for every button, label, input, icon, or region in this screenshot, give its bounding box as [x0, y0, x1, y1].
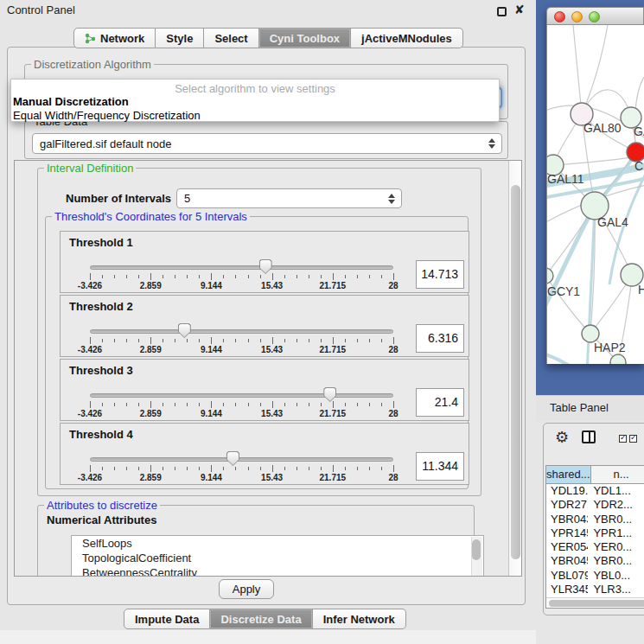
- table-row[interactable]: YER054CYER0...: [546, 540, 644, 554]
- tab-impute-data[interactable]: Impute Data: [124, 609, 210, 629]
- cell-name[interactable]: YDL1...: [588, 484, 644, 498]
- attribute-list-item[interactable]: TopologicalCoefficient: [72, 551, 483, 565]
- tick-mark: [284, 467, 285, 470]
- dropdown-item-equal-width[interactable]: Equal Width/Frequency Discretization: [11, 109, 499, 123]
- slider-ticks: [90, 465, 393, 472]
- slider-handle[interactable]: [226, 451, 239, 466]
- column-header-shared-name[interactable]: shared...: [546, 466, 591, 483]
- cell-shared-name[interactable]: YDR27...: [546, 498, 588, 512]
- table-row[interactable]: YDR27...YDR2...: [546, 498, 644, 512]
- slider-track[interactable]: [90, 457, 393, 462]
- tick-mark: [272, 273, 273, 280]
- table-row[interactable]: YPR145WYPR1...: [546, 526, 644, 540]
- tab-network[interactable]: Network: [73, 28, 156, 48]
- cell-name[interactable]: YBL0...: [588, 569, 644, 583]
- node-label: HAP2: [594, 341, 626, 354]
- panel-scrollbar-thumb[interactable]: [511, 185, 520, 559]
- dropdown-placeholder-item[interactable]: Select algorithm to view settings: [11, 80, 499, 95]
- columns-icon[interactable]: [582, 430, 596, 443]
- control-panel-tabs: Network Style Select Cyni Toolbox jActiv…: [73, 28, 463, 48]
- node-table[interactable]: shared... n... YDL19...YDL1...YDR27...YD…: [545, 465, 644, 609]
- algorithm-dropdown-popup: Select algorithm to view settings Manual…: [10, 79, 500, 122]
- tick-mark: [284, 403, 285, 406]
- slider-track[interactable]: [90, 393, 393, 398]
- tab-jactivemnodules[interactable]: jActiveMNodules: [351, 28, 463, 48]
- cell-shared-name[interactable]: YDL19...: [546, 484, 588, 498]
- tick-mark: [175, 403, 175, 406]
- cell-name[interactable]: YPR1...: [588, 526, 644, 540]
- tick-mark: [260, 275, 261, 278]
- float-window-icon[interactable]: [497, 7, 507, 16]
- table-row[interactable]: YBR045CYBR0...: [546, 554, 644, 568]
- cell-shared-name[interactable]: YER054C: [546, 540, 588, 554]
- cell-shared-name[interactable]: YBL079W: [546, 569, 588, 583]
- close-traffic-light[interactable]: [554, 11, 565, 22]
- threshold-coordinates-title: Threshold's Coordinates for 5 Intervals: [52, 210, 250, 223]
- tick-mark: [126, 339, 127, 342]
- close-icon[interactable]: ✘: [514, 3, 525, 16]
- interval-definition-title: Interval Definition: [44, 162, 136, 175]
- slider-handle[interactable]: [178, 323, 191, 338]
- cell-shared-name[interactable]: YLR345W: [546, 583, 588, 596]
- number-of-intervals-combobox[interactable]: 5: [176, 188, 402, 208]
- slider-track[interactable]: [90, 265, 393, 270]
- tab-infer-network[interactable]: Infer Network: [313, 609, 406, 629]
- attribute-list-item[interactable]: BetweennessCentrality: [72, 565, 483, 577]
- cell-name[interactable]: YER0...: [588, 540, 644, 554]
- cell-shared-name[interactable]: YBR045C: [546, 554, 588, 568]
- discretization-algorithm-title: Discretization Algorithm: [31, 58, 154, 71]
- cell-name[interactable]: YDR2...: [588, 498, 644, 512]
- tick-mark: [393, 273, 394, 280]
- zoom-traffic-light[interactable]: [589, 11, 600, 22]
- network-node[interactable]: [582, 325, 599, 342]
- tick-mark: [333, 401, 334, 408]
- checkbox-icon[interactable]: [619, 435, 627, 443]
- tick-mark: [102, 339, 103, 342]
- gear-icon[interactable]: ⚙: [555, 428, 569, 447]
- threshold-3-slider[interactable]: -3.4262.8599.14415.4321.71528: [90, 380, 393, 420]
- cell-name[interactable]: YBR0...: [588, 513, 644, 526]
- tab-select[interactable]: Select: [204, 28, 258, 48]
- threshold-4-value-field[interactable]: 11.344: [416, 452, 464, 481]
- tick-mark: [393, 465, 394, 472]
- threshold-1-slider[interactable]: -3.4262.8599.14415.4321.71528: [90, 252, 393, 292]
- list-scrollbar-thumb[interactable]: [472, 539, 481, 560]
- cell-shared-name[interactable]: YPR145W: [546, 526, 588, 540]
- cell-shared-name[interactable]: YBR043C: [546, 513, 588, 526]
- list-scrollbar[interactable]: [471, 537, 482, 577]
- table-row[interactable]: YBL079WYBL0...: [546, 569, 644, 583]
- table-row[interactable]: YDL19...YDL1...: [546, 484, 644, 498]
- slider-handle[interactable]: [259, 259, 272, 274]
- tick-mark: [248, 403, 249, 406]
- threshold-2-value-field[interactable]: 6.316: [416, 324, 464, 353]
- threshold-1-value-field[interactable]: 14.713: [416, 260, 464, 289]
- apply-button[interactable]: Apply: [219, 579, 274, 599]
- network-canvas[interactable]: GAL80GACGAL11GAL4GCY1HHAP2: [546, 25, 644, 364]
- table-row[interactable]: YBR043CYBR0...: [546, 513, 644, 526]
- threshold-2-slider[interactable]: -3.4262.8599.14415.4321.71528: [90, 316, 393, 356]
- horizontal-scrollbar[interactable]: [546, 597, 644, 608]
- network-node[interactable]: [547, 268, 553, 284]
- tab-style[interactable]: Style: [156, 28, 204, 48]
- attribute-list-item[interactable]: SelfLoops: [72, 536, 483, 551]
- network-node[interactable]: [610, 354, 626, 364]
- cell-name[interactable]: YBR0...: [588, 554, 644, 568]
- tab-cyni-toolbox[interactable]: Cyni Toolbox: [259, 28, 351, 48]
- numerical-attributes-list[interactable]: SelfLoopsTopologicalCoefficientBetweenne…: [71, 535, 484, 577]
- column-header-name[interactable]: n...: [591, 466, 644, 483]
- table-row[interactable]: YLR345WYLR3...: [546, 583, 644, 596]
- checkbox-icon[interactable]: [629, 435, 637, 443]
- minimize-traffic-light[interactable]: [571, 11, 583, 22]
- horizontal-scrollbar-thumb[interactable]: [549, 600, 644, 607]
- network-window-titlebar[interactable]: [546, 7, 644, 25]
- table-data-combobox[interactable]: galFiltered.sif default node: [32, 133, 502, 154]
- slider-handle[interactable]: [323, 387, 336, 402]
- panel-scrollbar[interactable]: [508, 161, 521, 577]
- dropdown-item-manual[interactable]: Manual Discretization: [11, 95, 499, 109]
- threshold-3-value-field[interactable]: 21.4: [416, 388, 464, 417]
- slider-track[interactable]: [90, 329, 393, 334]
- tab-discretize-data[interactable]: Discretize Data: [210, 609, 312, 629]
- cell-name[interactable]: YLR3...: [588, 583, 644, 596]
- tick-mark: [199, 467, 200, 470]
- threshold-4-slider[interactable]: -3.4262.8599.14415.4321.71528: [90, 444, 393, 484]
